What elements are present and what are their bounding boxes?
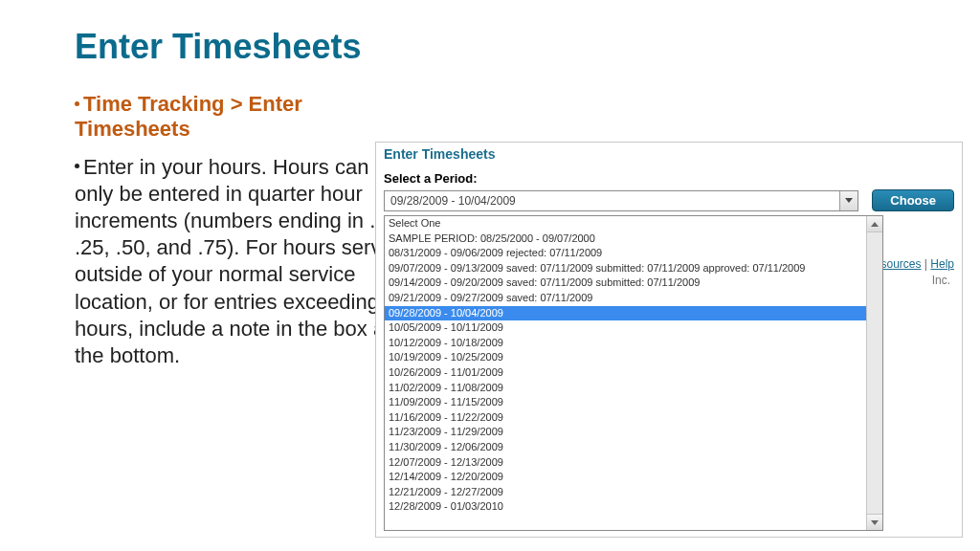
period-option[interactable]: 10/12/2009 - 10/18/2009 [385, 336, 882, 351]
chevron-down-icon[interactable] [839, 191, 858, 210]
period-option[interactable]: 11/02/2009 - 11/08/2009 [385, 381, 882, 396]
period-option[interactable]: 11/23/2009 - 11/29/2009 [385, 425, 882, 440]
bg-inc: Inc. [932, 274, 950, 287]
dropdown-list: Select OneSAMPLE PERIOD: 08/25/2000 - 09… [385, 216, 882, 530]
period-option[interactable]: 11/16/2009 - 11/22/2009 [385, 410, 882, 426]
panel-heading: Enter Timesheets [376, 143, 962, 171]
page-title: Enter Timesheets [75, 27, 980, 67]
period-dropdown[interactable]: Select OneSAMPLE PERIOD: 08/25/2000 - 09… [384, 215, 883, 531]
bullet-icon [75, 101, 79, 106]
scroll-up-icon[interactable] [867, 216, 882, 232]
period-option[interactable]: 12/28/2009 - 01/03/2010 [385, 499, 882, 515]
period-option[interactable]: 09/14/2009 - 09/20/2009 saved: 07/11/200… [385, 276, 882, 291]
period-select[interactable]: 09/28/2009 - 10/04/2009 [384, 190, 858, 211]
period-option[interactable]: 12/14/2009 - 12/20/2009 [385, 470, 882, 485]
bullet-icon [75, 164, 79, 168]
choose-button[interactable]: Choose [872, 189, 954, 211]
period-option[interactable]: Select One [385, 216, 882, 231]
breadcrumb-text: Time Tracking > Enter Timesheets [75, 92, 302, 141]
body-paragraph: Enter in your hours. Hours can only be e… [75, 155, 409, 367]
period-row: 09/28/2009 - 10/04/2009 Choose [376, 189, 962, 211]
period-option[interactable]: 12/07/2009 - 12/13/2009 [385, 455, 882, 471]
period-option[interactable]: SAMPLE PERIOD: 08/25/2000 - 09/07/2000 [385, 231, 882, 247]
period-option[interactable]: 09/21/2009 - 09/27/2009 saved: 07/11/200… [385, 291, 882, 306]
period-option[interactable]: 11/30/2009 - 12/06/2009 [385, 440, 882, 455]
breadcrumb: Time Tracking > Enter Timesheets [75, 92, 410, 143]
content-column: Time Tracking > Enter Timesheets Enter i… [75, 92, 410, 369]
period-option[interactable]: 09/28/2009 - 10/04/2009 [385, 306, 882, 321]
period-option[interactable]: 12/21/2009 - 12/27/2009 [385, 485, 882, 500]
period-option[interactable]: 11/09/2009 - 11/15/2009 [385, 395, 882, 410]
period-label: Select a Period: [376, 171, 962, 189]
body-text: Enter in your hours. Hours can only be e… [75, 154, 410, 369]
timesheet-panel: Enter Timesheets Select a Period: 09/28/… [375, 142, 963, 538]
options-container: Select OneSAMPLE PERIOD: 08/25/2000 - 09… [385, 216, 882, 515]
period-option[interactable]: 09/07/2009 - 09/13/2009 saved: 07/11/200… [385, 261, 882, 276]
period-option[interactable]: 08/31/2009 - 09/06/2009 rejected: 07/11/… [385, 246, 882, 261]
bg-links: esources | Help [875, 257, 954, 271]
dropdown-scrollbar[interactable] [866, 216, 882, 530]
help-link[interactable]: Help [930, 257, 954, 271]
period-option[interactable]: 10/19/2009 - 10/25/2009 [385, 350, 882, 365]
scroll-down-icon[interactable] [867, 514, 882, 530]
slide: Enter Timesheets Time Tracking > Enter T… [0, 0, 980, 551]
period-option[interactable]: 10/26/2009 - 11/01/2009 [385, 365, 882, 381]
period-select-value: 09/28/2009 - 10/04/2009 [390, 194, 516, 208]
period-option[interactable]: 10/05/2009 - 10/11/2009 [385, 320, 882, 336]
